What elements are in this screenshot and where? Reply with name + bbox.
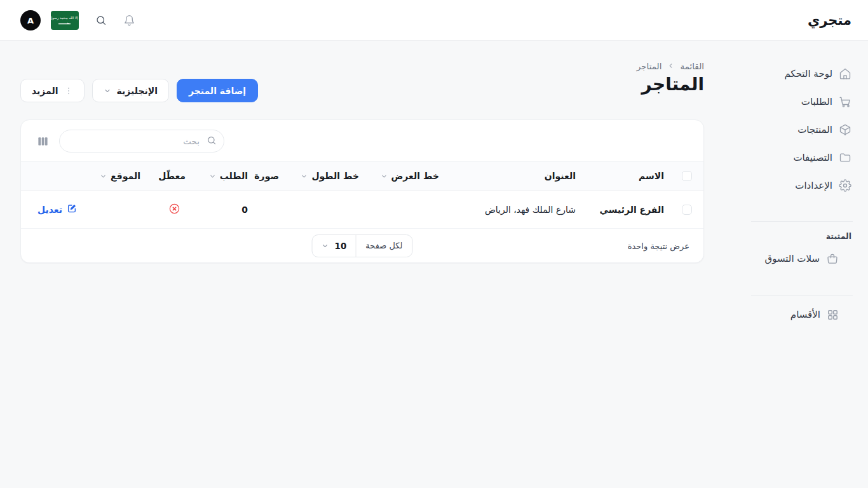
table-row: الفرع الرئيسي شارع الملك فهد، الرياض 0 ت… bbox=[21, 191, 703, 229]
breadcrumb-parent[interactable]: القائمة bbox=[680, 61, 704, 71]
columns-icon[interactable] bbox=[37, 135, 49, 147]
box-icon bbox=[839, 123, 851, 136]
sidebar-item-sections[interactable]: الأقسام bbox=[741, 301, 868, 329]
sidebar-item-products[interactable]: المنتجات bbox=[741, 116, 868, 144]
select-all-checkbox[interactable] bbox=[682, 171, 692, 181]
sidebar-item-label: الطلبات bbox=[801, 96, 832, 107]
breadcrumb: القائمة المتاجر bbox=[637, 61, 704, 71]
sidebar-item-label: التصنيفات bbox=[793, 152, 832, 163]
language-label: الإنجليزية bbox=[117, 86, 158, 96]
row-cell-address: شارع الملك فهد، الرياض bbox=[448, 205, 585, 215]
bell-icon[interactable] bbox=[123, 15, 135, 27]
more-label: المزيد bbox=[32, 86, 58, 96]
sidebar-item-label: الأقسام bbox=[790, 309, 820, 320]
header-cell-latitude[interactable]: خط العرض bbox=[368, 171, 448, 181]
x-circle-icon bbox=[168, 203, 180, 217]
per-page-select[interactable]: لكل صفحة 10 bbox=[312, 234, 413, 257]
sort-chevron-icon bbox=[301, 173, 308, 180]
row-cell-select bbox=[673, 205, 703, 215]
sidebar-item-shopping-carts[interactable]: سلات التسوق bbox=[741, 245, 868, 273]
sidebar-item-orders[interactable]: الطلبات bbox=[741, 88, 868, 116]
search-field-wrap bbox=[59, 130, 224, 152]
cart-icon bbox=[839, 95, 851, 108]
page-title: المتاجر bbox=[642, 74, 704, 95]
edit-label: تعديل bbox=[37, 205, 62, 215]
header-cell-name: الاسم bbox=[585, 171, 673, 181]
search-input[interactable] bbox=[59, 130, 224, 152]
sidebar-item-dashboard[interactable]: لوحة التحكم bbox=[741, 60, 868, 88]
table-toolbar bbox=[21, 120, 703, 162]
chevron-left-icon bbox=[667, 61, 674, 71]
sidebar-item-label: لوحة التحكم bbox=[784, 68, 832, 79]
header-cell-location[interactable]: الموقع bbox=[86, 171, 149, 181]
results-count-text: عرض نتيجة واحدة bbox=[628, 241, 689, 250]
kebab-icon bbox=[64, 86, 73, 96]
header-cell-address: العنوان bbox=[448, 171, 585, 181]
sidebar-item-label: سلات التسوق bbox=[765, 253, 820, 264]
app-window: متجري A لا إله إلا الله محمد رسول الله ل… bbox=[0, 0, 868, 488]
row-cell-disabled bbox=[149, 203, 194, 217]
row-cell-name: الفرع الرئيسي bbox=[585, 205, 673, 215]
table-header-row: الاسم العنوان خط العرض خط الطول صورة الط… bbox=[21, 162, 703, 191]
header-cell-longitude[interactable]: خط الطول bbox=[288, 171, 368, 181]
sidebar-pinned-title: المثبتة bbox=[741, 222, 868, 242]
sidebar-item-settings[interactable]: الإعدادات bbox=[741, 172, 868, 200]
sort-chevron-icon bbox=[100, 173, 107, 180]
add-store-button[interactable]: إضافة المتجر bbox=[177, 79, 258, 102]
chevron-down-icon bbox=[322, 242, 329, 250]
sidebar-divider bbox=[751, 295, 853, 296]
sort-chevron-icon bbox=[209, 173, 216, 180]
grid-icon bbox=[827, 309, 839, 321]
header-cell-select bbox=[673, 171, 703, 181]
shopping-bag-icon bbox=[826, 252, 839, 265]
breadcrumb-current[interactable]: المتاجر bbox=[637, 61, 662, 71]
chevron-down-icon bbox=[104, 87, 111, 95]
edit-icon bbox=[67, 203, 77, 215]
topbar: متجري A لا إله إلا الله محمد رسول الله bbox=[0, 0, 868, 41]
folder-icon bbox=[839, 151, 851, 164]
search-icon[interactable] bbox=[95, 15, 107, 26]
saudi-flag-icon[interactable]: لا إله إلا الله محمد رسول الله bbox=[51, 11, 79, 30]
header-cell-image: صورة bbox=[257, 171, 288, 181]
sort-chevron-icon bbox=[381, 173, 388, 180]
per-page-value: 10 bbox=[335, 241, 347, 251]
sidebar-item-categories[interactable]: التصنيفات bbox=[741, 144, 868, 172]
header-cell-order[interactable]: الطلب bbox=[194, 171, 257, 181]
row-cell-actions: تعديل bbox=[20, 203, 86, 215]
stores-table-card: الاسم العنوان خط العرض خط الطول صورة الط… bbox=[20, 119, 704, 263]
page-actions: إضافة المتجر الإنجليزية المزيد bbox=[20, 79, 258, 102]
header-cell-disabled: معطّل bbox=[149, 171, 194, 181]
avatar-letter: A bbox=[27, 16, 34, 25]
home-icon bbox=[839, 67, 851, 80]
search-icon bbox=[207, 135, 217, 148]
table-footer: عرض نتيجة واحدة لكل صفحة 10 bbox=[21, 229, 703, 262]
row-checkbox[interactable] bbox=[682, 205, 692, 215]
per-page-label: لكل صفحة bbox=[355, 235, 412, 257]
sidebar-item-label: الإعدادات bbox=[795, 180, 832, 191]
more-button[interactable]: المزيد bbox=[20, 79, 85, 102]
gear-icon bbox=[839, 179, 851, 192]
row-cell-order: 0 bbox=[194, 205, 257, 215]
edit-link[interactable]: تعديل bbox=[37, 203, 77, 215]
svg-text:لا إله إلا الله محمد رسول الله: لا إله إلا الله محمد رسول الله bbox=[51, 16, 79, 20]
sidebar: لوحة التحكم الطلبات المنتجات التصنيفات ا… bbox=[741, 41, 868, 329]
sidebar-item-label: المنتجات bbox=[797, 124, 832, 135]
user-avatar[interactable]: A bbox=[20, 10, 41, 30]
language-dropdown-button[interactable]: الإنجليزية bbox=[92, 79, 169, 102]
topbar-actions: A لا إله إلا الله محمد رسول الله bbox=[20, 0, 135, 41]
brand-title: متجري bbox=[808, 13, 851, 28]
